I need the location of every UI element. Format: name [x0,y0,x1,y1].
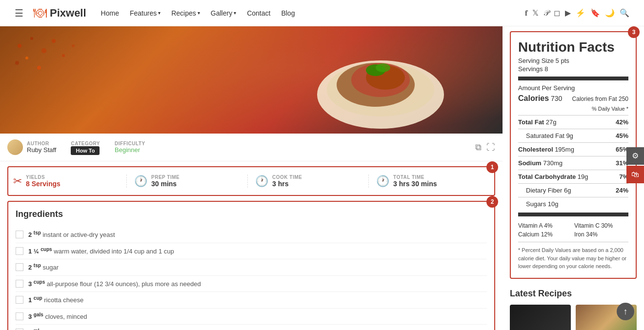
darkmode-icon[interactable]: 🌙 [605,8,615,18]
food-decoration [10,31,83,80]
utensils-icon: ✂ [13,175,22,188]
ingredient-text: 3 cups all-purpose flour (12 3/4 ounces)… [28,279,201,289]
scroll-to-top-button[interactable]: ↑ [617,303,634,320]
difficulty-value: Beginner [115,146,145,154]
divider-thin-last [518,242,628,242]
ingredient-checkbox[interactable] [16,231,23,238]
ingredient-item: 1 ¼ cups warm water, divided into 1/4 cu… [16,243,487,260]
ingredient-unit: tsp [34,263,41,268]
instagram-icon[interactable]: ◻ [554,8,560,18]
ingredient-checkbox[interactable] [16,263,23,271]
yields-label: YIELDS [26,175,60,180]
main-layout: AUTHOR Ruby Staff CATEGORY How To DIFFIC… [0,26,644,330]
author-name: Ruby Staff [27,146,56,154]
plate-svg [307,36,454,134]
nutrition-row-dietary-fiber: Dietary Fiber 6g 24% [518,186,628,195]
logo[interactable]: 🍽 Pixwell [33,5,86,21]
ingredient-text: 2 ml milks [28,328,56,330]
svg-point-2 [41,48,46,53]
divider-thin [518,183,628,184]
nutrition-row-cholesterol: Cholesterol 195mg 65% [518,145,628,154]
ingredient-text: 2 tsp instant or active-dry yeast [28,230,115,240]
ingredient-qty: 1 ¼ [28,248,39,255]
nav-links: Home Features ▾ Recipes ▾ Gallery ▾ Cont… [101,9,525,17]
ingredient-qty: 3 [28,313,32,320]
clock-icon-3: 🕐 [376,175,389,188]
floating-buttons: ⚙ 🛍 [626,147,644,183]
nutrition-badge: 3 [628,26,640,38]
ingredient-unit: cup [34,295,42,301]
ingredient-unit: ml [34,328,40,330]
ingredients-badge: 2 [486,196,498,208]
chevron-down-icon: ▾ [198,10,200,16]
author-label: AUTHOR [27,141,56,146]
youtube-icon[interactable]: ▶ [565,8,571,18]
nav-recipes[interactable]: Recipes ▾ [171,9,200,17]
facebook-icon[interactable]: 𝐟 [525,9,527,18]
serving-size: Serving Size 5 pts [518,57,628,64]
ingredient-checkbox[interactable] [16,296,23,304]
ingredient-checkbox[interactable] [16,280,23,288]
nav-features[interactable]: Features ▾ [130,9,161,17]
nutrition-title: Nutrition Facts [518,39,628,55]
ingredient-item: 3 gals cloves, minced [16,309,487,325]
ingredient-qty: 2 [28,231,32,238]
recipe-info-badge: 1 [486,161,498,173]
pinterest-icon[interactable]: 𝒫 [543,9,549,18]
nutrition-row-saturated-fat: Saturated Fat 9g 45% [518,131,628,140]
svg-point-5 [15,61,19,65]
svg-point-0 [18,44,21,48]
latest-recipes-title: Latest Recipes [510,289,637,299]
ingredient-qty: 2 [28,264,32,271]
divider-thin [518,156,628,156]
settings-float-button[interactable]: ⚙ [626,147,644,165]
ingredient-item: 3 cups all-purpose flour (12 3/4 ounces)… [16,276,487,292]
cook-value: 3 hrs [272,180,302,188]
divider-thin-1 [518,115,628,116]
servings: Servings 8 [518,65,628,73]
svg-point-1 [30,37,33,40]
nutrition-row-total-carb: Total Carbohydrate 19g 7% [518,172,628,181]
ingredient-text: 3 gals cloves, minced [28,311,87,322]
author-meta: AUTHOR Ruby Staff [7,139,56,155]
meta-bar: AUTHOR Ruby Staff CATEGORY How To DIFFIC… [0,134,503,161]
hamburger-menu[interactable]: ☰ [15,7,23,19]
cook-stat: 🕐 COOK TIME 3 hrs [250,175,369,188]
ingredient-text: 1 ¼ cups warm water, divided into 1/4 cu… [28,246,174,256]
recipe-stats: ✂ YIELDS 8 Servings 🕐 PREP TIME 30 mins [13,175,489,188]
nav-gallery[interactable]: Gallery ▾ [211,9,236,17]
ingredient-checkbox[interactable] [16,247,23,255]
difficulty-label: DIFFICULTY [115,141,145,146]
amount-per-serving: Amount Per Serving [518,84,628,92]
twitter-icon[interactable]: 𝕏 [532,8,539,18]
logo-icon: 🍽 [33,5,47,21]
ingredient-qty: 1 [28,296,32,304]
bolt-icon[interactable]: ⚡ [576,8,585,18]
expand-icon[interactable]: ⛶ [486,142,495,153]
latest-recipe-card[interactable] [510,305,571,330]
nav-blog[interactable]: Blog [281,9,295,17]
ingredient-checkbox[interactable] [16,312,23,320]
ingredient-item: 1 cup ricotta cheese [16,292,487,309]
content-column: AUTHOR Ruby Staff CATEGORY How To DIFFIC… [0,26,503,330]
difficulty-meta: DIFFICULTY Beginner [115,141,145,154]
ingredient-text: 2 tsp sugar [28,262,59,272]
nav-contact[interactable]: Contact [247,9,270,17]
bag-float-button[interactable]: 🛍 [626,166,644,183]
ingredient-qty: 3 [28,280,32,288]
yields-stat: ✂ YIELDS 8 Servings [13,175,127,188]
divider-thin [518,197,628,197]
share-icon[interactable]: ⧉ [475,142,482,153]
bookmark-icon[interactable]: 🔖 [590,8,600,18]
search-icon[interactable]: 🔍 [620,8,629,18]
vitamins-grid: Vitamin A 4% Vitamin C 30% Calcium 12% I… [518,220,628,240]
svg-point-6 [62,54,65,57]
logo-text: Pixwell [50,7,86,19]
clock-icon-2: 🕐 [255,175,268,188]
navbar: ☰ 🍽 Pixwell Home Features ▾ Recipes ▾ Ga… [0,0,644,26]
social-icons: 𝐟 𝕏 𝒫 ◻ ▶ ⚡ 🔖 🌙 🔍 [525,8,629,18]
latest-recipe-image [510,305,571,330]
category-label: CATEGORY [71,141,100,146]
nav-home[interactable]: Home [101,9,119,17]
total-value: 3 hrs 30 mins [393,180,437,188]
